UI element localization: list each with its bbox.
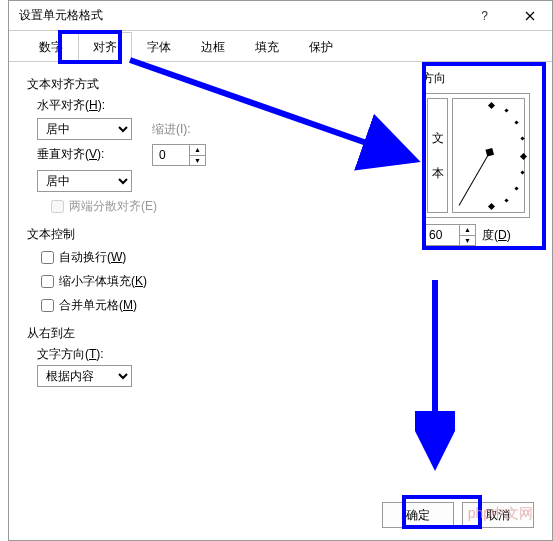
tab-font[interactable]: 字体 (132, 32, 186, 62)
chevron-down-icon[interactable]: ▼ (190, 156, 205, 166)
vertical-text-button[interactable]: 文 本 (427, 98, 448, 213)
tab-align[interactable]: 对齐 (78, 32, 132, 62)
orientation-group: 方向 文 本 (422, 70, 530, 246)
cancel-button[interactable]: 取消 (462, 502, 534, 528)
dialog-title: 设置单元格格式 (19, 7, 462, 24)
tab-protect[interactable]: 保护 (294, 32, 348, 62)
help-button[interactable]: ? (462, 1, 507, 31)
tab-number[interactable]: 数字 (24, 32, 78, 62)
indent-label: 缩进(I): (152, 121, 191, 138)
v-align-select[interactable]: 居中 (37, 170, 132, 192)
text-direction-label: 文字方向(T): (37, 346, 534, 363)
h-align-select[interactable]: 居中 (37, 118, 132, 140)
degree-spinner[interactable]: ▲▼ (422, 224, 476, 246)
tab-border[interactable]: 边框 (186, 32, 240, 62)
wrap-text-checkbox[interactable]: 自动换行(W) (37, 248, 534, 267)
shrink-fit-checkbox[interactable]: 缩小字体填充(K) (37, 272, 534, 291)
chevron-up-icon[interactable]: ▲ (190, 145, 205, 156)
orientation-needle (459, 152, 491, 206)
titlebar: 设置单元格格式 ? (9, 1, 552, 31)
indent-spinner[interactable]: ▲▼ (152, 144, 206, 166)
dialog-footer: 确定 取消 (382, 502, 534, 528)
indent-input[interactable] (153, 145, 189, 165)
rtl-section: 从右到左 (27, 325, 534, 342)
v-align-label: 垂直对齐(V): (37, 146, 152, 163)
format-cells-dialog: 设置单元格格式 ? 数字 对齐 字体 边框 填充 保护 文本对齐方式 水平对齐(… (8, 0, 553, 541)
close-button[interactable] (507, 1, 552, 31)
merge-cells-checkbox[interactable]: 合并单元格(M) (37, 296, 534, 315)
chevron-down-icon[interactable]: ▼ (460, 236, 475, 246)
chevron-up-icon[interactable]: ▲ (460, 225, 475, 236)
tab-fill[interactable]: 填充 (240, 32, 294, 62)
degree-input[interactable] (423, 225, 459, 245)
text-direction-select[interactable]: 根据内容 (37, 365, 132, 387)
dialog-body: 文本对齐方式 水平对齐(H): 居中 缩进(I): 垂直对齐(V): ▲▼ 居中… (9, 62, 552, 492)
orientation-compass[interactable] (452, 98, 525, 213)
orientation-label: 方向 (422, 70, 530, 87)
ok-button[interactable]: 确定 (382, 502, 454, 528)
degree-label: 度(D) (482, 227, 511, 244)
tab-bar: 数字 对齐 字体 边框 填充 保护 (9, 31, 552, 62)
close-icon (525, 11, 535, 21)
